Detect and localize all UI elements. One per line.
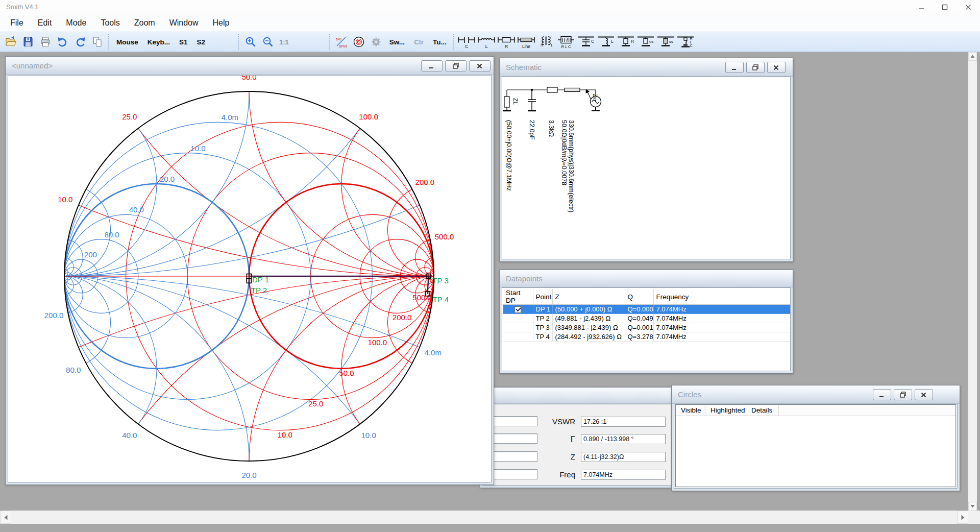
component-shunt-inductor-button[interactable]: L [596, 33, 616, 51]
close-button[interactable] [469, 60, 491, 71]
close-icon [964, 3, 973, 12]
datapoints-column-header[interactable]: Point [533, 289, 552, 305]
save-button[interactable] [20, 34, 36, 50]
scroll-right-button[interactable] [957, 511, 968, 524]
datapoints-panel: Datapoints Start DPPointZQFrequency DP 1… [499, 270, 793, 374]
readout-value-z[interactable]: (4.11-j32.32)Ω [581, 452, 666, 462]
toolbar-clr-button[interactable]: Clr [410, 34, 428, 50]
window-controls [910, 0, 980, 14]
component-shunt-capacitor-button[interactable]: C [576, 33, 596, 51]
circles-column-header[interactable]: Visible [676, 405, 705, 416]
datapoints-column-header[interactable]: Frequency [653, 289, 791, 305]
menu-zoom[interactable]: Zoom [127, 16, 162, 30]
copy-button[interactable] [89, 34, 106, 50]
undo-button[interactable] [55, 34, 71, 50]
readout-value-vswr[interactable]: 17.26 :1 [581, 417, 666, 427]
datapoints-column-header[interactable]: Z [552, 289, 625, 305]
datapoints-column-header[interactable]: Start DP [503, 289, 533, 305]
svg-text:n: n [541, 43, 543, 47]
shunt-open-stub-icon: os [636, 35, 655, 49]
datapoints-row-tp4[interactable]: TP 4(284.492 - j932.626) ΩQ=3.2787.074MH… [503, 332, 791, 342]
horizontal-scrollbar[interactable] [0, 511, 968, 524]
zoom-in-button[interactable] [242, 34, 259, 50]
component-series-capacitor-button[interactable]: C [457, 33, 477, 51]
toolbar-tu-button[interactable]: Tu... [429, 34, 451, 50]
circles-column-header[interactable]: Highlighted [705, 405, 746, 416]
toolbar-sw-button[interactable]: Sw... [385, 34, 409, 50]
arrow-right-icon [961, 515, 965, 520]
minimize-button[interactable] [910, 0, 933, 14]
circles-table[interactable]: VisibleHighlightedDetails [675, 404, 956, 487]
datapoints-row-tp2[interactable]: TP 2(49.881 - j2.439) ΩQ=0.0497.074MHz [503, 314, 791, 323]
readout-aux-field[interactable] [486, 451, 537, 462]
scroll-up-button[interactable] [968, 52, 977, 61]
component-series-rlc-button[interactable]: R L C [556, 33, 576, 51]
datapoints-cell-point: TP 3 [533, 323, 552, 332]
restore-button[interactable] [746, 62, 765, 73]
maximize-button[interactable] [933, 0, 957, 14]
circles-titlebar[interactable]: Circles [672, 385, 960, 404]
component-series-line-button[interactable]: Line [517, 33, 536, 51]
schematic-canvas[interactable]: ZLZin(50.00+j0.00)Ω@7.1MHz22.0pF3.3kΩ50.… [502, 77, 791, 259]
circles-column-header[interactable]: Details [746, 405, 779, 416]
toolbar-s2-button[interactable]: S2 [193, 34, 210, 50]
toolbar-s1-button[interactable]: S1 [175, 34, 192, 50]
datapoints-column-header[interactable]: Q [625, 289, 653, 305]
scroll-left-button[interactable] [0, 511, 11, 524]
minimize-button[interactable] [421, 60, 443, 71]
menu-help[interactable]: Help [206, 16, 237, 30]
readout-aux-field[interactable] [486, 469, 537, 479]
redo-button[interactable] [72, 34, 88, 50]
toolbar-mouse-button[interactable]: Mouse [112, 34, 142, 50]
close-button[interactable] [915, 389, 933, 400]
menu-edit[interactable]: Edit [31, 16, 59, 30]
menu-tools[interactable]: Tools [93, 16, 127, 30]
smith-target-button[interactable] [351, 34, 367, 50]
component-shunt-rlc-button[interactable]: RLC [676, 33, 696, 51]
menu-mode[interactable]: Mode [59, 16, 93, 30]
component-shunt-resistor-button[interactable]: R [616, 33, 636, 51]
print-button[interactable] [37, 34, 54, 50]
readout-value-freq[interactable]: 7.074MHz [581, 470, 666, 480]
smith-chart[interactable]: 10.010.04.0m4.0m25.025.010.010.050.050.0… [8, 76, 492, 482]
component-shunt-open-stub-button[interactable]: os [636, 33, 656, 51]
restore-button[interactable] [445, 60, 467, 71]
datapoints-titlebar[interactable]: Datapoints [500, 270, 793, 287]
schematic-titlebar[interactable]: Schematic [500, 58, 793, 77]
menu-window[interactable]: Window [162, 16, 206, 30]
zoom-out-button[interactable] [260, 34, 276, 50]
restore-button[interactable] [894, 389, 912, 400]
marker-label-dp1: DP 1 [252, 275, 269, 284]
series-inductor-icon: L [477, 35, 496, 49]
toolbar-keyb-button[interactable]: Keyb... [143, 34, 174, 50]
open-button[interactable] [3, 34, 19, 50]
readout-aux-field[interactable] [486, 433, 537, 444]
datapoints-table[interactable]: Start DPPointZQFrequency DP 1(50.000 + j… [503, 289, 791, 342]
schematic-value-label: 330.6mm(phys)|330.6mm(electr) [568, 120, 575, 212]
start-dp-checkbox[interactable] [514, 306, 521, 313]
minimize-icon [730, 63, 739, 71]
readout-aux-field[interactable] [486, 416, 537, 426]
component-series-resistor-button[interactable]: R [497, 33, 517, 51]
svg-text:20.0: 20.0 [241, 471, 256, 479]
circles-panel: Circles VisibleHighlightedDetails [671, 385, 960, 491]
close-button[interactable] [767, 62, 786, 73]
component-transformer-button[interactable]: n1 [536, 33, 556, 51]
zoom-ratio-label[interactable]: 1:1 [277, 38, 291, 46]
readout-value-gamma[interactable]: 0.890 / -113.998 ° [581, 434, 666, 444]
smith-chart-area[interactable]: 10.010.04.0m4.0m25.025.010.010.050.050.0… [8, 75, 492, 482]
minimize-button[interactable] [725, 62, 744, 73]
close-button[interactable] [957, 0, 980, 14]
menu-file[interactable]: File [3, 16, 31, 30]
component-shunt-short-stub-button[interactable]: ss [656, 33, 676, 51]
vertical-scrollbar[interactable] [968, 52, 977, 511]
datapoints-row-tp3[interactable]: TP 3(3349.881 - j2.439) ΩQ=0.0017.074MHz [503, 323, 791, 332]
settings-gear-button[interactable] [368, 34, 384, 50]
minimize-button[interactable] [873, 389, 891, 400]
scroll-down-button[interactable] [968, 502, 977, 511]
component-series-inductor-button[interactable]: L [477, 33, 497, 51]
datapoints-row-dp1[interactable]: DP 1(50.000 + j0.000) ΩQ=0.0007.074MHz [503, 305, 791, 314]
svg-text:200: 200 [84, 250, 97, 259]
chart-titlebar[interactable]: <unnamed> [6, 57, 494, 75]
sc-splot-button[interactable]: SCSPlot [333, 34, 350, 50]
